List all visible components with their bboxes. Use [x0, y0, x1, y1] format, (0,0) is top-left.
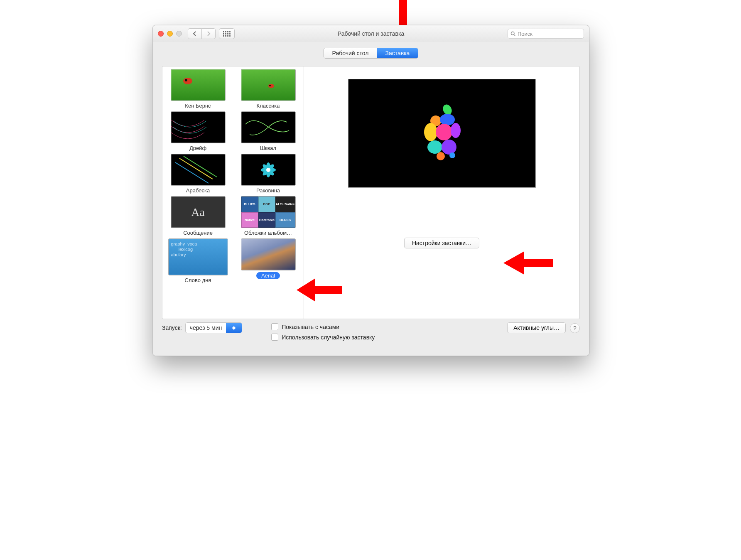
svg-point-14	[266, 168, 270, 172]
saver-item-aerial[interactable]: Aerial	[234, 238, 302, 283]
segmented-control: Рабочий стол Заставка	[324, 48, 419, 59]
saver-label: Классика	[257, 103, 280, 109]
saver-item-arabesque[interactable]: Арабеска	[164, 154, 232, 194]
start-after-select[interactable]: через 5 мин	[185, 322, 243, 333]
svg-point-23	[437, 152, 445, 160]
svg-point-24	[449, 152, 455, 158]
svg-point-17	[440, 114, 455, 125]
svg-point-5	[268, 84, 274, 88]
apple-logo-colorful	[415, 102, 469, 165]
stepper-arrows-icon	[226, 323, 242, 333]
thumb-shell	[241, 154, 296, 186]
saver-item-flurry[interactable]: Шквал	[234, 111, 302, 151]
checkbox-icon	[271, 334, 278, 341]
checkbox-icon	[271, 323, 278, 330]
svg-point-6	[269, 85, 271, 86]
thumb-aerial	[241, 238, 296, 270]
start-after-label: Запуск:	[162, 324, 182, 331]
saver-label: Раковина	[256, 187, 280, 194]
show-all-button[interactable]	[219, 28, 235, 39]
nav-back-button[interactable]	[188, 28, 202, 39]
random-screensaver-checkbox[interactable]: Использовать случайную заставку	[271, 334, 375, 341]
start-after-value: через 5 мин	[186, 324, 226, 331]
show-clock-label: Показывать с часами	[282, 324, 339, 330]
saver-item-drift[interactable]: Дрейф	[164, 111, 232, 151]
saver-label: Слово дня	[185, 277, 211, 283]
saver-label-selected: Aerial	[256, 272, 280, 279]
minimize-button[interactable]	[167, 31, 173, 37]
show-clock-checkbox[interactable]: Показывать с часами	[271, 323, 375, 330]
close-button[interactable]	[158, 31, 164, 37]
thumb-ken-burns	[171, 69, 226, 101]
saver-label: Обложки альбом…	[244, 230, 292, 236]
thumb-itunes: BLUESPOPALTerNativeNativeelectronicBLUES	[241, 196, 296, 228]
svg-line-7	[179, 158, 213, 179]
preview-pane: Настройки заставки…	[304, 66, 579, 319]
saver-label: Кен Бернс	[185, 103, 211, 109]
thumb-flurry	[241, 111, 296, 143]
svg-point-21	[427, 140, 442, 154]
tab-bar: Рабочий стол Заставка	[153, 42, 589, 59]
saver-label: Сообщение	[183, 230, 213, 236]
saver-item-itunes-artwork[interactable]: BLUESPOPALTerNativeNativeelectronicBLUES…	[234, 196, 302, 236]
screensaver-list[interactable]: Кен Бернс Классика Дрейф Шквал	[162, 66, 304, 319]
saver-label: Дрейф	[189, 145, 206, 151]
zoom-button-disabled	[176, 31, 182, 37]
svg-point-4	[185, 79, 187, 81]
thumb-classic	[241, 69, 296, 101]
saver-item-shell[interactable]: Раковина	[234, 154, 302, 194]
svg-point-19	[436, 124, 452, 140]
thumb-message: Aa	[171, 196, 226, 228]
svg-line-9	[175, 162, 209, 183]
preview-display	[348, 79, 536, 188]
tab-desktop[interactable]: Рабочий стол	[324, 48, 377, 58]
preferences-window: Рабочий стол и заставка Поиск Рабочий ст…	[152, 25, 589, 356]
hot-corners-button[interactable]: Активные углы…	[507, 322, 566, 333]
svg-point-22	[442, 140, 456, 155]
search-placeholder: Поиск	[518, 31, 532, 37]
svg-point-3	[183, 78, 192, 84]
thumb-word: graphy voca lexicogabulary	[168, 238, 228, 275]
saver-item-word-of-day[interactable]: graphy voca lexicogabulary Слово дня	[164, 238, 232, 283]
svg-point-20	[451, 123, 461, 138]
window-controls	[158, 31, 182, 37]
search-icon	[510, 31, 515, 36]
content-area: Рабочий стол Заставка Кен Бернс Классика	[153, 42, 589, 356]
svg-line-2	[514, 34, 515, 36]
tab-screensaver[interactable]: Заставка	[377, 48, 418, 58]
svg-point-18	[424, 123, 437, 141]
saver-item-classic[interactable]: Классика	[234, 69, 302, 109]
svg-line-8	[184, 156, 217, 177]
help-button[interactable]: ?	[570, 323, 580, 333]
footer-bar: Запуск: через 5 мин Показывать с часами …	[162, 322, 580, 350]
main-panel: Кен Бернс Классика Дрейф Шквал	[162, 66, 580, 319]
saver-label: Арабеска	[186, 187, 210, 194]
saver-item-ken-burns[interactable]: Кен Бернс	[164, 69, 232, 109]
thumb-arabesque	[171, 154, 226, 186]
saver-item-message[interactable]: Aa Сообщение	[164, 196, 232, 236]
nav-forward-button[interactable]	[202, 28, 216, 39]
titlebar: Рабочий стол и заставка Поиск	[153, 25, 589, 42]
grid-icon	[223, 31, 231, 37]
svg-point-1	[511, 32, 515, 35]
thumb-drift	[171, 111, 226, 143]
screensaver-options-button[interactable]: Настройки заставки…	[404, 238, 479, 248]
random-screensaver-label: Использовать случайную заставку	[282, 334, 375, 341]
search-field[interactable]: Поиск	[508, 29, 584, 39]
saver-label: Шквал	[260, 145, 276, 151]
